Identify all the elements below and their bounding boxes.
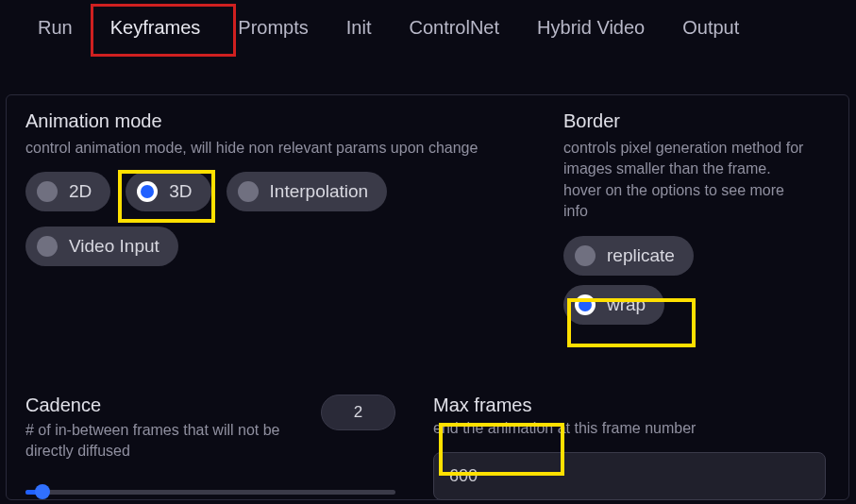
tab-output[interactable]: Output <box>663 9 758 46</box>
radio-label: 2D <box>69 181 92 202</box>
animation-mode-desc: control animation mode, will hide non re… <box>25 138 526 159</box>
max-frames-title: Max frames <box>433 395 826 416</box>
animation-mode-2d[interactable]: 2D <box>25 172 110 211</box>
border-desc: controls pixel generation method for ima… <box>563 138 809 223</box>
animation-mode-title: Animation mode <box>25 110 526 132</box>
radio-icon <box>137 181 158 202</box>
tab-init[interactable]: Init <box>327 9 391 46</box>
animation-mode-interpolation[interactable]: Interpolation <box>227 172 388 211</box>
slider-track <box>25 490 395 495</box>
tab-bar: Run Keyframes Prompts Init ControlNet Hy… <box>0 0 856 46</box>
tab-keyframes[interactable]: Keyframes <box>92 9 220 46</box>
cadence-slider[interactable] <box>25 482 395 501</box>
radio-icon <box>37 181 58 202</box>
cadence-title: Cadence <box>25 395 311 416</box>
radio-icon <box>575 294 596 315</box>
animation-mode-3d[interactable]: 3D <box>126 172 210 211</box>
cadence-section: Cadence # of in-between frames that will… <box>7 395 414 502</box>
border-radio-group: replicate wrap <box>563 236 809 325</box>
radio-label: 3D <box>169 181 192 202</box>
tab-controlnet[interactable]: ControlNet <box>390 9 518 46</box>
tab-hybrid-video[interactable]: Hybrid Video <box>518 9 663 46</box>
animation-mode-radio-group: 2D 3D Interpolation Video Input <box>25 172 526 266</box>
animation-mode-section: Animation mode control animation mode, w… <box>7 110 545 325</box>
tab-run[interactable]: Run <box>19 9 92 46</box>
tab-prompts[interactable]: Prompts <box>219 9 327 46</box>
cadence-value[interactable]: 2 <box>321 395 395 430</box>
border-wrap[interactable]: wrap <box>563 285 664 325</box>
radio-label: Video Input <box>69 236 159 257</box>
max-frames-input[interactable]: 600 <box>433 452 826 500</box>
keyframes-panel: Animation mode control animation mode, w… <box>6 94 849 500</box>
radio-label: wrap <box>607 294 646 315</box>
radio-icon <box>238 181 259 202</box>
radio-icon <box>37 236 58 257</box>
cadence-desc: # of in-between frames that will not be … <box>25 420 311 462</box>
max-frames-desc: end the animation at this frame number <box>433 420 826 437</box>
border-section: Border controls pixel generation method … <box>545 110 828 325</box>
radio-label: Interpolation <box>270 181 369 202</box>
border-title: Border <box>563 110 809 132</box>
slider-thumb-icon <box>35 484 50 499</box>
animation-mode-video-input[interactable]: Video Input <box>25 227 178 266</box>
border-replicate[interactable]: replicate <box>563 236 694 276</box>
max-frames-section: Max frames end the animation at this fra… <box>414 395 848 502</box>
radio-icon <box>575 245 596 266</box>
radio-label: replicate <box>607 245 675 266</box>
